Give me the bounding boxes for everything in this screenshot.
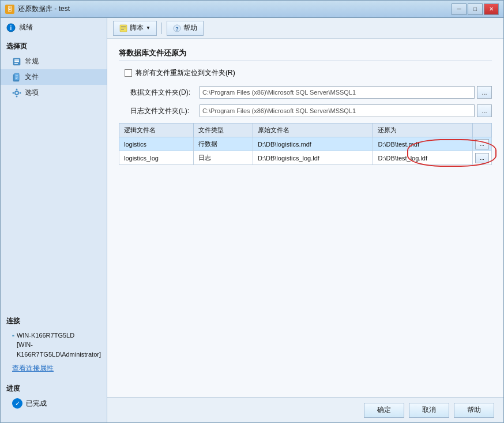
connection-details: WIN-K166R7TG5LD [WIN-K166R7TG5LD\Adminis… (17, 331, 101, 360)
sidebar-normal-label: 常规 (25, 57, 39, 66)
help-icon: ? (173, 24, 181, 32)
cell-type-1: 行数据 (194, 137, 253, 151)
files-icon (12, 73, 21, 82)
log-folder-input-container: ... (200, 104, 492, 117)
view-connection-link[interactable]: 查看连接属性 (1, 361, 107, 376)
svg-rect-9 (16, 77, 18, 77)
svg-rect-8 (16, 76, 18, 76)
options-icon (12, 88, 21, 98)
col-header-restore: 还原为 (373, 123, 473, 137)
connection-label: 连接 (1, 313, 107, 328)
progress-label: 进度 (1, 380, 107, 396)
cell-logical-1: logistics (119, 137, 194, 151)
script-icon (119, 24, 127, 32)
svg-text:?: ? (175, 26, 179, 32)
data-folder-browse-button[interactable]: ... (477, 86, 492, 99)
sidebar-status: i 就绪 (1, 18, 107, 37)
cell-original-2: D:\DB\logistics_log.ldf (253, 151, 373, 165)
progress-status-row: ✓ 已完成 (1, 396, 107, 411)
sidebar-item-options[interactable]: 选项 (1, 85, 107, 100)
cell-original-1: D:\DB\logistics.mdf (253, 137, 373, 151)
log-folder-label: 日志文件文件夹(L): (130, 106, 200, 116)
browse-row2-button[interactable]: ... (475, 153, 489, 163)
browse-row1-button[interactable]: ... (475, 139, 489, 149)
title-buttons: ─ □ ✕ (452, 3, 499, 15)
relocate-checkbox[interactable] (125, 69, 132, 77)
app-icon: 🗄 (5, 5, 14, 14)
svg-rect-5 (14, 63, 18, 64)
cell-action-1: ... (473, 137, 492, 151)
svg-text:i: i (10, 25, 12, 31)
file-table: 逻辑文件名 文件类型 原始文件名 还原为 logistics 行数据 (119, 123, 492, 165)
sidebar-options-label: 选项 (25, 88, 39, 98)
progress-status-text: 已完成 (26, 399, 47, 409)
svg-point-12 (16, 88, 18, 90)
sidebar-files-label: 文件 (25, 72, 39, 82)
check-icon: ✓ (12, 398, 22, 409)
content-area: i 就绪 选择页 常规 (1, 18, 503, 422)
sidebar-item-normal[interactable]: 常规 (1, 54, 107, 69)
title-bar: 🗄 还原数据库 - test ─ □ ✕ (1, 1, 503, 18)
svg-point-14 (13, 92, 14, 93)
col-header-action (473, 123, 492, 137)
maximize-button[interactable]: □ (468, 3, 483, 15)
help-button[interactable]: ? 帮助 (167, 21, 204, 36)
sidebar: i 就绪 选择页 常规 (1, 18, 107, 422)
minimize-button[interactable]: ─ (452, 3, 467, 15)
script-button[interactable]: 脚本 ▼ (113, 21, 157, 36)
data-folder-input[interactable] (200, 86, 475, 99)
cell-restore-1: D:\DB\test.mdf (373, 137, 473, 151)
data-folder-row: 数据文件文件夹(D): ... (119, 86, 492, 99)
help-bottom-button[interactable]: 帮助 (454, 403, 494, 418)
checkbox-label: 将所有文件重新定位到文件夹(R) (136, 68, 235, 78)
col-header-original: 原始文件名 (253, 123, 373, 137)
user-name: [WIN-K166R7TG5LD\Administrator] (17, 340, 101, 359)
ok-button[interactable]: 确定 (364, 403, 404, 418)
status-text: 就绪 (19, 23, 33, 32)
data-folder-input-container: ... (200, 86, 492, 99)
server-icon (12, 331, 14, 341)
cell-logical-2: logistics_log (119, 151, 194, 165)
col-header-logical: 逻辑文件名 (119, 123, 194, 137)
close-button[interactable]: ✕ (484, 3, 499, 15)
cell-restore-2: D:\DB\test_log.ldf (373, 151, 473, 165)
svg-rect-17 (12, 335, 14, 336)
select-page-label: 选择页 (1, 37, 107, 54)
data-folder-label: 数据文件文件夹(D): (130, 88, 200, 98)
panel-content: 将数据库文件还原为 将所有文件重新定位到文件夹(R) 数据文件文件夹(D): .… (107, 39, 503, 397)
sidebar-item-files[interactable]: 文件 (1, 69, 107, 85)
connection-info-row: WIN-K166R7TG5LD [WIN-K166R7TG5LD\Adminis… (1, 328, 107, 360)
table-row[interactable]: logistics 行数据 D:\DB\logistics.mdf D:\DB\… (119, 137, 492, 151)
svg-point-11 (15, 91, 18, 95)
log-folder-row: 日志文件文件夹(L): ... (119, 104, 492, 117)
normal-icon (12, 57, 21, 66)
col-header-type: 文件类型 (194, 123, 253, 137)
title-bar-left: 🗄 还原数据库 - test (5, 4, 70, 14)
svg-point-15 (20, 92, 21, 93)
svg-rect-4 (14, 61, 19, 62)
window-title: 还原数据库 - test (18, 4, 70, 14)
dropdown-arrow: ▼ (146, 25, 151, 31)
cell-action-2: ... (473, 151, 492, 165)
main-panel: 脚本 ▼ ? 帮助 将数据库文件还原为 将所有文件重新 (107, 18, 503, 422)
section-title: 将数据库文件还原为 (119, 48, 492, 61)
cell-type-2: 日志 (194, 151, 253, 165)
file-table-wrapper: 逻辑文件名 文件类型 原始文件名 还原为 logistics 行数据 (119, 123, 492, 165)
cancel-button[interactable]: 取消 (409, 403, 449, 418)
svg-rect-10 (16, 78, 17, 78)
server-name: WIN-K166R7TG5LD (17, 331, 101, 340)
bottom-bar: 确定 取消 帮助 (107, 397, 503, 422)
log-folder-input[interactable] (200, 104, 475, 117)
info-icon: i (6, 23, 16, 32)
main-window: 🗄 还原数据库 - test ─ □ ✕ i 就绪 选择页 (0, 0, 504, 423)
toolbar-separator (161, 23, 162, 34)
log-folder-browse-button[interactable]: ... (477, 104, 492, 117)
checkbox-row: 将所有文件重新定位到文件夹(R) (119, 68, 492, 78)
toolbar: 脚本 ▼ ? 帮助 (107, 18, 503, 39)
svg-point-13 (16, 95, 18, 97)
table-row[interactable]: logistics_log 日志 D:\DB\logistics_log.ldf… (119, 151, 492, 165)
svg-rect-3 (14, 59, 19, 61)
